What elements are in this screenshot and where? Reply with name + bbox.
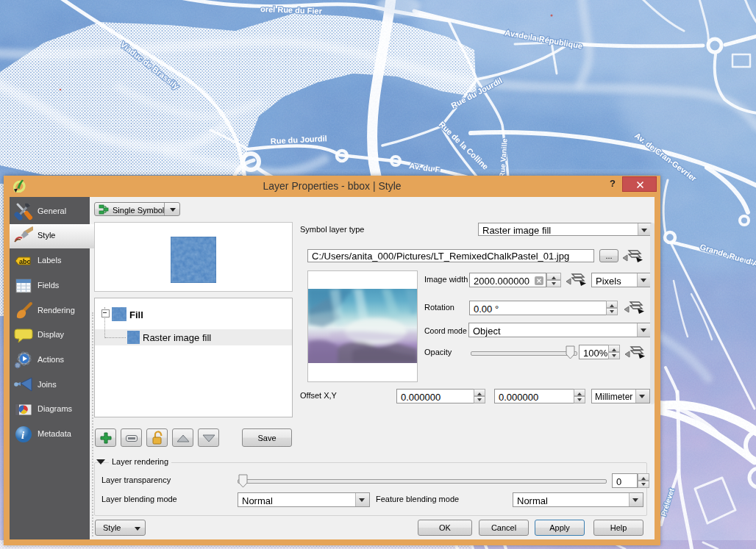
svg-text:abc: abc — [19, 258, 31, 265]
